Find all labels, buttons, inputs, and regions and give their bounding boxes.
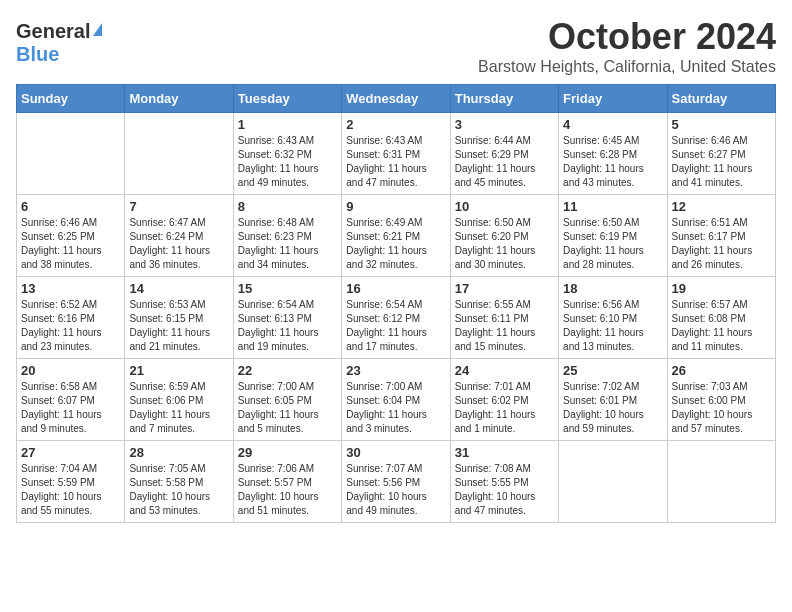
day-info: Sunrise: 6:46 AM Sunset: 6:25 PM Dayligh… (21, 216, 120, 272)
logo: General Blue (16, 20, 102, 66)
day-cell-w5-d6 (559, 441, 667, 523)
header-saturday: Saturday (667, 85, 775, 113)
day-number: 21 (129, 363, 228, 378)
day-info: Sunrise: 6:49 AM Sunset: 6:21 PM Dayligh… (346, 216, 445, 272)
day-cell-w4-d6: 25Sunrise: 7:02 AM Sunset: 6:01 PM Dayli… (559, 359, 667, 441)
day-cell-w1-d1 (17, 113, 125, 195)
calendar-table: Sunday Monday Tuesday Wednesday Thursday… (16, 84, 776, 523)
day-number: 7 (129, 199, 228, 214)
day-info: Sunrise: 6:55 AM Sunset: 6:11 PM Dayligh… (455, 298, 554, 354)
day-cell-w2-d6: 11Sunrise: 6:50 AM Sunset: 6:19 PM Dayli… (559, 195, 667, 277)
day-info: Sunrise: 7:07 AM Sunset: 5:56 PM Dayligh… (346, 462, 445, 518)
day-cell-w4-d1: 20Sunrise: 6:58 AM Sunset: 6:07 PM Dayli… (17, 359, 125, 441)
day-number: 19 (672, 281, 771, 296)
day-number: 1 (238, 117, 337, 132)
header-tuesday: Tuesday (233, 85, 341, 113)
week-row-4: 20Sunrise: 6:58 AM Sunset: 6:07 PM Dayli… (17, 359, 776, 441)
day-number: 9 (346, 199, 445, 214)
logo-blue-text: Blue (16, 43, 59, 65)
day-number: 25 (563, 363, 662, 378)
day-number: 13 (21, 281, 120, 296)
day-info: Sunrise: 6:56 AM Sunset: 6:10 PM Dayligh… (563, 298, 662, 354)
day-cell-w1-d2 (125, 113, 233, 195)
day-info: Sunrise: 6:52 AM Sunset: 6:16 PM Dayligh… (21, 298, 120, 354)
week-row-2: 6Sunrise: 6:46 AM Sunset: 6:25 PM Daylig… (17, 195, 776, 277)
header-friday: Friday (559, 85, 667, 113)
day-number: 11 (563, 199, 662, 214)
header-sunday: Sunday (17, 85, 125, 113)
day-cell-w2-d4: 9Sunrise: 6:49 AM Sunset: 6:21 PM Daylig… (342, 195, 450, 277)
day-info: Sunrise: 6:47 AM Sunset: 6:24 PM Dayligh… (129, 216, 228, 272)
logo-general-text: General (16, 20, 90, 43)
day-info: Sunrise: 7:00 AM Sunset: 6:05 PM Dayligh… (238, 380, 337, 436)
header-thursday: Thursday (450, 85, 558, 113)
day-info: Sunrise: 6:43 AM Sunset: 6:32 PM Dayligh… (238, 134, 337, 190)
day-cell-w3-d4: 16Sunrise: 6:54 AM Sunset: 6:12 PM Dayli… (342, 277, 450, 359)
day-info: Sunrise: 6:59 AM Sunset: 6:06 PM Dayligh… (129, 380, 228, 436)
day-cell-w4-d2: 21Sunrise: 6:59 AM Sunset: 6:06 PM Dayli… (125, 359, 233, 441)
week-row-3: 13Sunrise: 6:52 AM Sunset: 6:16 PM Dayli… (17, 277, 776, 359)
day-cell-w5-d2: 28Sunrise: 7:05 AM Sunset: 5:58 PM Dayli… (125, 441, 233, 523)
day-number: 5 (672, 117, 771, 132)
day-cell-w5-d3: 29Sunrise: 7:06 AM Sunset: 5:57 PM Dayli… (233, 441, 341, 523)
day-number: 3 (455, 117, 554, 132)
day-info: Sunrise: 7:04 AM Sunset: 5:59 PM Dayligh… (21, 462, 120, 518)
day-number: 16 (346, 281, 445, 296)
day-cell-w3-d5: 17Sunrise: 6:55 AM Sunset: 6:11 PM Dayli… (450, 277, 558, 359)
day-number: 31 (455, 445, 554, 460)
day-cell-w4-d7: 26Sunrise: 7:03 AM Sunset: 6:00 PM Dayli… (667, 359, 775, 441)
day-cell-w1-d6: 4Sunrise: 6:45 AM Sunset: 6:28 PM Daylig… (559, 113, 667, 195)
day-info: Sunrise: 6:54 AM Sunset: 6:12 PM Dayligh… (346, 298, 445, 354)
week-row-1: 1Sunrise: 6:43 AM Sunset: 6:32 PM Daylig… (17, 113, 776, 195)
month-title: October 2024 (478, 16, 776, 58)
header-wednesday: Wednesday (342, 85, 450, 113)
day-number: 12 (672, 199, 771, 214)
day-cell-w4-d3: 22Sunrise: 7:00 AM Sunset: 6:05 PM Dayli… (233, 359, 341, 441)
day-number: 20 (21, 363, 120, 378)
day-info: Sunrise: 6:50 AM Sunset: 6:20 PM Dayligh… (455, 216, 554, 272)
day-info: Sunrise: 6:43 AM Sunset: 6:31 PM Dayligh… (346, 134, 445, 190)
day-number: 26 (672, 363, 771, 378)
day-number: 29 (238, 445, 337, 460)
day-number: 27 (21, 445, 120, 460)
day-info: Sunrise: 7:02 AM Sunset: 6:01 PM Dayligh… (563, 380, 662, 436)
day-info: Sunrise: 7:03 AM Sunset: 6:00 PM Dayligh… (672, 380, 771, 436)
day-cell-w2-d5: 10Sunrise: 6:50 AM Sunset: 6:20 PM Dayli… (450, 195, 558, 277)
day-number: 18 (563, 281, 662, 296)
day-info: Sunrise: 6:46 AM Sunset: 6:27 PM Dayligh… (672, 134, 771, 190)
day-cell-w2-d3: 8Sunrise: 6:48 AM Sunset: 6:23 PM Daylig… (233, 195, 341, 277)
day-number: 24 (455, 363, 554, 378)
day-cell-w1-d5: 3Sunrise: 6:44 AM Sunset: 6:29 PM Daylig… (450, 113, 558, 195)
day-info: Sunrise: 6:50 AM Sunset: 6:19 PM Dayligh… (563, 216, 662, 272)
day-info: Sunrise: 7:05 AM Sunset: 5:58 PM Dayligh… (129, 462, 228, 518)
day-number: 30 (346, 445, 445, 460)
day-cell-w5-d7 (667, 441, 775, 523)
day-cell-w5-d4: 30Sunrise: 7:07 AM Sunset: 5:56 PM Dayli… (342, 441, 450, 523)
day-info: Sunrise: 7:00 AM Sunset: 6:04 PM Dayligh… (346, 380, 445, 436)
day-cell-w4-d4: 23Sunrise: 7:00 AM Sunset: 6:04 PM Dayli… (342, 359, 450, 441)
day-number: 15 (238, 281, 337, 296)
day-cell-w4-d5: 24Sunrise: 7:01 AM Sunset: 6:02 PM Dayli… (450, 359, 558, 441)
logo-arrow-icon (93, 23, 102, 36)
header-row: Sunday Monday Tuesday Wednesday Thursday… (17, 85, 776, 113)
day-cell-w3-d1: 13Sunrise: 6:52 AM Sunset: 6:16 PM Dayli… (17, 277, 125, 359)
day-cell-w2-d7: 12Sunrise: 6:51 AM Sunset: 6:17 PM Dayli… (667, 195, 775, 277)
day-info: Sunrise: 6:45 AM Sunset: 6:28 PM Dayligh… (563, 134, 662, 190)
day-info: Sunrise: 6:53 AM Sunset: 6:15 PM Dayligh… (129, 298, 228, 354)
day-number: 28 (129, 445, 228, 460)
day-cell-w5-d1: 27Sunrise: 7:04 AM Sunset: 5:59 PM Dayli… (17, 441, 125, 523)
day-cell-w1-d4: 2Sunrise: 6:43 AM Sunset: 6:31 PM Daylig… (342, 113, 450, 195)
day-cell-w1-d3: 1Sunrise: 6:43 AM Sunset: 6:32 PM Daylig… (233, 113, 341, 195)
day-number: 17 (455, 281, 554, 296)
day-cell-w3-d2: 14Sunrise: 6:53 AM Sunset: 6:15 PM Dayli… (125, 277, 233, 359)
day-info: Sunrise: 6:54 AM Sunset: 6:13 PM Dayligh… (238, 298, 337, 354)
day-number: 10 (455, 199, 554, 214)
day-info: Sunrise: 7:01 AM Sunset: 6:02 PM Dayligh… (455, 380, 554, 436)
day-number: 23 (346, 363, 445, 378)
day-cell-w3-d7: 19Sunrise: 6:57 AM Sunset: 6:08 PM Dayli… (667, 277, 775, 359)
day-cell-w3-d6: 18Sunrise: 6:56 AM Sunset: 6:10 PM Dayli… (559, 277, 667, 359)
day-cell-w2-d1: 6Sunrise: 6:46 AM Sunset: 6:25 PM Daylig… (17, 195, 125, 277)
day-cell-w1-d7: 5Sunrise: 6:46 AM Sunset: 6:27 PM Daylig… (667, 113, 775, 195)
day-info: Sunrise: 7:06 AM Sunset: 5:57 PM Dayligh… (238, 462, 337, 518)
day-number: 8 (238, 199, 337, 214)
